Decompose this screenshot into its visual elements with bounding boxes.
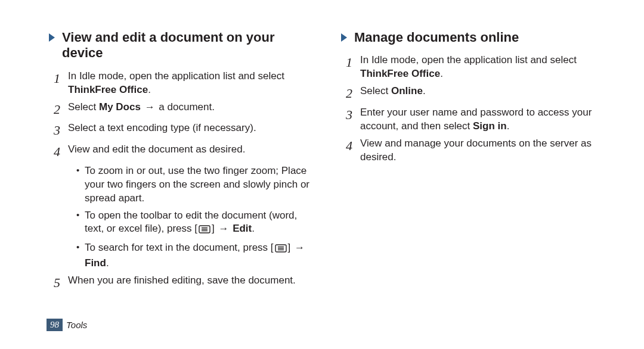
- bullet-icon: •: [76, 164, 85, 176]
- step-text: Select My Docs → a document.: [68, 101, 215, 114]
- page-content: View and edit a document on your device …: [0, 0, 644, 295]
- bullet-icon: •: [76, 241, 85, 253]
- step-number: 5: [54, 274, 68, 292]
- step-text: Enter your user name and password to acc…: [360, 106, 608, 133]
- step-4: 4 View and manage your documents on the …: [346, 137, 608, 164]
- bullet-item: • To zoom in or out, use the two finger …: [76, 164, 316, 205]
- step-text: In Idle mode, open the application list …: [68, 70, 316, 97]
- text: To open the toolbar to edit the document…: [85, 210, 297, 235]
- page-footer: 98 Tools: [47, 319, 87, 331]
- left-column: View and edit a document on your device …: [48, 30, 316, 295]
- text: Select: [68, 101, 99, 113]
- step-1: 1 In Idle mode, open the application lis…: [346, 54, 608, 81]
- text: In Idle mode, open the application list …: [360, 54, 577, 66]
- step-number: 3: [346, 106, 360, 124]
- text: .: [423, 85, 426, 96]
- svg-marker-0: [49, 33, 55, 42]
- step-number: 1: [346, 54, 360, 71]
- heading-text: View and edit a document on your device: [62, 30, 316, 61]
- step-text: Select Online.: [360, 85, 426, 98]
- text: .: [106, 257, 109, 269]
- menu-icon: [275, 243, 287, 257]
- step-number: 3: [54, 121, 68, 139]
- text: ]: [288, 242, 293, 253]
- step-text: In Idle mode, open the application list …: [360, 54, 608, 81]
- text: [141, 101, 144, 113]
- chevron-right-icon: [340, 32, 349, 45]
- text: Select: [360, 85, 391, 96]
- text: To search for text in the document, pres…: [85, 242, 274, 253]
- step-text: When you are finished editing, save the …: [68, 274, 296, 288]
- step-3: 3 Enter your user name and password to a…: [346, 106, 608, 133]
- bullet-text: To search for text in the document, pres…: [85, 241, 316, 270]
- bullet-item: • To open the toolbar to edit the docume…: [76, 209, 316, 238]
- heading-text: Manage documents online: [354, 30, 519, 45]
- step-5: 5 When you are finished editing, save th…: [54, 274, 316, 292]
- step-text: Select a text encoding type (if necessar…: [68, 121, 256, 135]
- bold-text: ThinkFree Office: [360, 68, 440, 79]
- bullet-icon: •: [76, 209, 85, 221]
- section-heading: View and edit a document on your device: [48, 30, 316, 61]
- bullet-text: To zoom in or out, use the two finger zo…: [85, 164, 316, 205]
- arrow-icon: →: [144, 101, 156, 113]
- section-heading: Manage documents online: [340, 30, 608, 45]
- bold-text: Sign in: [473, 120, 507, 132]
- step-4: 4 View and edit the document as desired.: [54, 143, 316, 161]
- bullet-list: • To zoom in or out, use the two finger …: [76, 164, 316, 271]
- step-text: View and manage your documents on the se…: [360, 137, 608, 164]
- bold-text: Find: [85, 257, 106, 269]
- text: .: [440, 68, 443, 79]
- step-number: 2: [54, 101, 68, 119]
- step-number: 4: [346, 137, 360, 155]
- bold-text: My Docs: [99, 101, 141, 113]
- step-number: 4: [54, 143, 68, 161]
- step-number: 1: [54, 70, 68, 88]
- step-2: 2 Select My Docs → a document.: [54, 101, 316, 119]
- svg-marker-9: [341, 33, 347, 42]
- bold-text: Online: [391, 85, 423, 96]
- text: .: [252, 223, 255, 234]
- bullet-text: To open the toolbar to edit the document…: [85, 209, 316, 238]
- bold-text: ThinkFree Office: [68, 84, 148, 95]
- step-number: 2: [346, 85, 360, 102]
- text: .: [148, 84, 151, 95]
- step-3: 3 Select a text encoding type (if necess…: [54, 121, 316, 139]
- section-label: Tools: [66, 320, 87, 330]
- step-1: 1 In Idle mode, open the application lis…: [54, 70, 316, 97]
- step-2: 2 Select Online.: [346, 85, 608, 102]
- step-text: View and edit the document as desired.: [68, 143, 245, 157]
- text: In Idle mode, open the application list …: [68, 70, 284, 82]
- arrow-icon: →: [217, 223, 230, 234]
- text: ]: [212, 223, 217, 234]
- bold-text: Edit: [230, 223, 252, 234]
- page-number: 98: [47, 319, 63, 331]
- text: .: [507, 120, 510, 132]
- right-column: Manage documents online 1 In Idle mode, …: [340, 30, 608, 295]
- bullet-item: • To search for text in the document, pr…: [76, 241, 316, 270]
- arrow-icon: →: [293, 242, 306, 253]
- chevron-right-icon: [48, 32, 57, 45]
- menu-icon: [199, 224, 210, 238]
- text: a document.: [156, 101, 215, 113]
